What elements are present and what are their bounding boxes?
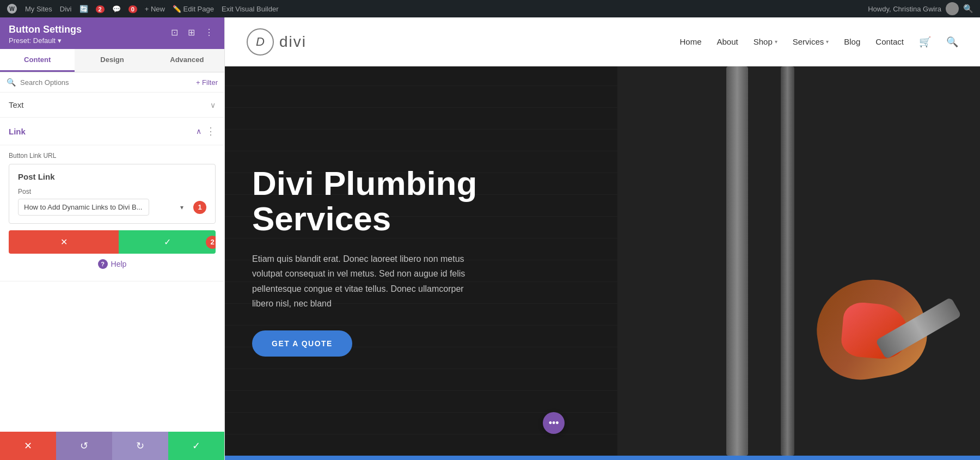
cancel-link-button[interactable]: ✕ (9, 230, 119, 254)
site-nav: Home About Shop ▾ Services ▾ Blog Contac (679, 36, 958, 48)
link-section-header[interactable]: Link ∧ ⋮ (0, 118, 224, 145)
admin-bar-right: Howdy, Christina Gwira 🔍 (868, 2, 973, 15)
comments-icon: 💬 (112, 5, 121, 13)
bottom-bar: ✕ ↺ ↻ ✓ (0, 432, 224, 460)
hero-left: Divi Plumbing Services Etiam quis blandi… (225, 66, 617, 456)
wordpress-icon[interactable]: W (7, 3, 17, 14)
nav-item-home[interactable]: Home (679, 37, 701, 46)
link-content: Button Link URL Post Link Post How to Ad… (0, 145, 224, 281)
site-header: D divi Home About Shop ▾ Services ▾ (225, 17, 980, 66)
filter-button[interactable]: + Filter (196, 78, 218, 87)
link-more-icon[interactable]: ⋮ (206, 125, 216, 137)
grid-button[interactable]: ⊞ (186, 26, 197, 39)
comments-badge: 0 (128, 5, 137, 13)
svg-text:W: W (9, 6, 15, 12)
screenshot-button[interactable]: ⊡ (169, 26, 180, 39)
admin-bar: W My Sites Divi 🔄 2 💬 0 + New ✏️ Edit Pa… (0, 0, 980, 17)
admin-avatar (946, 2, 959, 15)
search-icon: 🔍 (7, 78, 16, 87)
bottom-undo-button[interactable]: ↺ (56, 432, 112, 460)
admin-search-icon[interactable]: 🔍 (963, 4, 973, 14)
howdy-text: Howdy, Christina Gwira (868, 5, 941, 13)
hero-right (617, 66, 980, 456)
text-section-header[interactable]: Text ∨ (0, 93, 224, 118)
badge-1: 1 (193, 201, 206, 214)
hero-section: Divi Plumbing Services Etiam quis blandi… (225, 66, 980, 456)
bottom-save-button[interactable]: ✓ (168, 432, 224, 460)
shop-chevron-icon: ▾ (775, 39, 777, 45)
badge-2: 2 (206, 236, 216, 249)
main-layout: Button Settings Preset: Default ▾ ⊡ ⊞ ⋮ … (0, 17, 980, 460)
nav-item-contact[interactable]: Contact (875, 37, 904, 46)
nav-item-about[interactable]: About (716, 37, 738, 46)
logo-name: divi (279, 33, 307, 51)
nav-item-blog[interactable]: Blog (844, 37, 860, 46)
confirm-btn-wrapper: ✓ 2 (119, 230, 216, 254)
preview-area: D divi Home About Shop ▾ Services ▾ (225, 17, 980, 460)
edit-icon: ✏️ (173, 5, 181, 13)
post-label: Post (18, 188, 206, 195)
help-row[interactable]: ? Help (9, 254, 216, 274)
panel-title: Button Settings (9, 24, 82, 35)
revisions-link[interactable]: 2 (96, 5, 105, 13)
my-sites-link[interactable]: My Sites (25, 5, 52, 13)
confirm-link-button[interactable]: ✓ (119, 230, 216, 254)
left-panel: Button Settings Preset: Default ▾ ⊡ ⊞ ⋮ … (0, 17, 225, 460)
services-chevron-icon: ▾ (826, 39, 829, 45)
new-link[interactable]: + New (145, 5, 165, 13)
post-select-wrapper: How to Add Dynamic Links to Divi B... (18, 199, 189, 216)
pipe-decoration-1 (726, 66, 748, 456)
panel-header: Button Settings Preset: Default ▾ ⊡ ⊞ ⋮ (0, 17, 224, 49)
link-section-title: Link (9, 127, 26, 136)
link-section-actions: ∧ ⋮ (196, 125, 216, 137)
post-select-row: How to Add Dynamic Links to Divi B... 1 (18, 199, 206, 216)
cart-icon[interactable]: 🛒 (919, 36, 931, 48)
bottom-redo-button[interactable]: ↻ (112, 432, 168, 460)
cta-button[interactable]: GET A QUOTE (252, 330, 352, 357)
more-options-button[interactable]: ⋮ (203, 26, 216, 39)
revisions-icon: 🔄 (79, 5, 88, 13)
post-link-title: Post Link (18, 172, 206, 181)
panel-preset[interactable]: Preset: Default ▾ (9, 36, 82, 45)
search-options-input[interactable] (20, 78, 192, 87)
search-bar: 🔍 + Filter (0, 72, 224, 93)
bottom-cancel-button[interactable]: ✕ (0, 432, 56, 460)
edit-page-link[interactable]: ✏️ Edit Page (173, 5, 214, 13)
site-search-icon[interactable]: 🔍 (946, 36, 958, 48)
post-select[interactable]: How to Add Dynamic Links to Divi B... (18, 199, 149, 216)
revisions-badge: 2 (96, 5, 105, 13)
logo-circle: D (247, 28, 274, 56)
pipe-decoration-2 (781, 66, 794, 456)
hero-description: Etiam quis blandit erat. Donec laoreet l… (252, 252, 481, 311)
action-row: ✕ ✓ 2 (9, 230, 216, 254)
help-label: Help (111, 260, 127, 268)
dots-fab-button[interactable]: ••• (543, 412, 565, 434)
exit-visual-builder-link[interactable]: Exit Visual Builder (222, 5, 279, 13)
admin-bar-left: W My Sites Divi 🔄 2 💬 0 + New ✏️ Edit Pa… (7, 3, 279, 14)
post-link-card: Post Link Post How to Add Dynamic Links … (9, 164, 216, 224)
plumbing-image (617, 66, 980, 456)
nav-item-shop[interactable]: Shop ▾ (754, 37, 777, 46)
site-logo: D divi (247, 28, 307, 56)
nav-item-services[interactable]: Services ▾ (793, 37, 829, 46)
tab-advanced[interactable]: Advanced (150, 49, 224, 72)
panel-content: Text ∨ Link ∧ ⋮ Button Link URL Post Lin… (0, 93, 224, 432)
comments-link[interactable]: 0 (128, 5, 137, 13)
tab-design[interactable]: Design (75, 49, 149, 72)
text-section-title: Text (9, 100, 24, 109)
field-label: Button Link URL (9, 152, 216, 160)
tabs-bar: Content Design Advanced (0, 49, 224, 72)
divi-link[interactable]: Divi (60, 5, 72, 13)
help-icon: ? (98, 259, 108, 269)
hero-title: Divi Plumbing Services (252, 165, 590, 236)
text-section-chevron: ∨ (210, 101, 216, 109)
bottom-blue-bar (225, 456, 980, 460)
tab-content[interactable]: Content (0, 49, 75, 72)
link-chevron-icon: ∧ (196, 127, 201, 136)
